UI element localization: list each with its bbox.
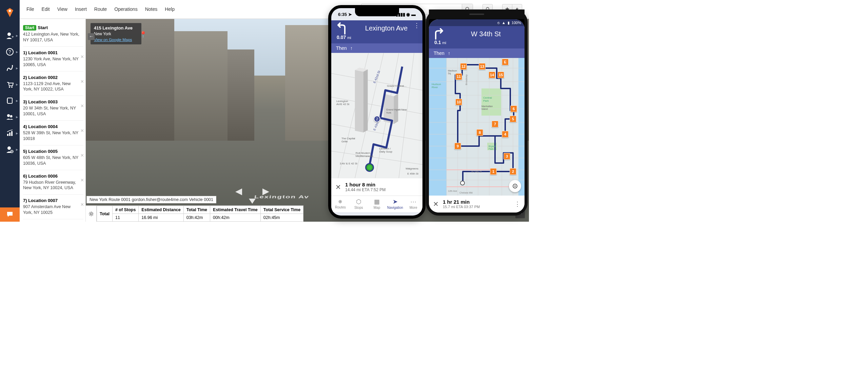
stop-item[interactable]: 4) Location 0004528 W 39th St, New York,…	[23, 121, 83, 145]
marker-icon: 📍	[139, 31, 147, 39]
sv-city: New York	[94, 31, 138, 37]
sidebar-analytics[interactable]: ▶	[0, 127, 20, 139]
waypoint-7-marker[interactable]: 7	[492, 121, 498, 127]
waypoint-10-marker[interactable]: 10	[455, 99, 462, 105]
waypoint-4-marker[interactable]: 4	[502, 131, 509, 138]
pixel-map[interactable]: HudsonRiver CentralPark ManhattanIsland …	[429, 58, 525, 196]
svg-rect-13	[7, 134, 8, 136]
stats-stops-header: # of Stops	[112, 206, 138, 214]
stop-item[interactable]: 7) Location 0007907 Amsterdam Ave New Yo…	[23, 195, 83, 219]
chat-button[interactable]	[0, 207, 20, 222]
tab-stops[interactable]: ⬡Stops	[350, 196, 368, 212]
tab-navigation[interactable]: ➤Navigation	[386, 196, 404, 212]
tab-routes[interactable]: ⎈Routes	[331, 196, 350, 212]
stats-settings-button[interactable]	[86, 206, 97, 222]
eta-row: ✕ 1 hour 8 min 14.44 mi ETA 7:52 PM	[331, 178, 422, 196]
waypoint-15-marker[interactable]: 15	[497, 72, 504, 78]
stats-travel-header: Estimated Travel Time	[210, 206, 261, 214]
waypoint-12-marker[interactable]: 12	[460, 63, 467, 70]
remove-stop-button[interactable]: ✕	[80, 178, 84, 183]
sidebar-addressbook[interactable]: ▶	[0, 95, 20, 106]
svg-text:Lenwich /: Lenwich /	[379, 147, 391, 150]
stop-item[interactable]: 1) Location 00011230 York Ave, New York,…	[23, 47, 83, 72]
sidebar-add-user[interactable]: +▶	[0, 30, 20, 41]
recenter-button[interactable]	[509, 180, 521, 192]
waypoint-13-marker[interactable]: 13	[479, 63, 486, 70]
sidebar-help[interactable]: ?▶	[0, 46, 20, 58]
remove-stop-button[interactable]: ✕	[80, 128, 84, 133]
eta-details: 14.44 mi ETA 7:52 PM	[345, 187, 386, 192]
stop-address: 907 Amsterdam Ave New York, NY 10025	[23, 204, 83, 216]
svg-point-16	[7, 146, 11, 150]
stop-item[interactable]: StartStart412 Lexington Ave, New York, N…	[23, 22, 83, 47]
waypoint-6-marker[interactable]: 6	[510, 105, 517, 112]
stats-ttime-value: 03h:42m	[183, 214, 210, 222]
sidebar-cart[interactable]: ▶	[0, 79, 20, 90]
nav-arrows[interactable]	[232, 185, 273, 205]
stop-item[interactable]: 3) Location 000320 W 34th St, New York, …	[23, 96, 83, 121]
sidebar-team[interactable]: ▶	[0, 111, 20, 123]
header-options-button[interactable]: ⋮	[414, 22, 420, 29]
menu-operations[interactable]: Operations	[114, 6, 137, 12]
svg-point-21	[90, 213, 92, 215]
menu-edit[interactable]: Edit	[42, 6, 50, 12]
stop-item[interactable]: 6) Location 000679 Hudson River Greenway…	[23, 170, 83, 195]
svg-point-5	[9, 86, 10, 88]
waypoint-1-marker[interactable]: 1	[490, 168, 497, 175]
svg-text:3 AV & E 42 St: 3 AV & E 42 St	[340, 162, 358, 165]
options-button[interactable]: ⋮	[514, 200, 520, 208]
waypoint-E-marker[interactable]: E	[502, 59, 509, 65]
destination-pin[interactable]	[365, 163, 374, 172]
menu-route[interactable]: Route	[94, 6, 107, 12]
menu-file[interactable]: File	[26, 6, 34, 12]
menu-notes[interactable]: Notes	[145, 6, 158, 12]
close-nav-button[interactable]: ✕	[335, 183, 341, 191]
stop-address: 412 Lexington Ave, New York, NY 10017, U…	[23, 32, 83, 43]
pixel-nav-header: W 34th St 0.1 mi	[429, 26, 525, 48]
tab-more[interactable]: ⋯More	[404, 196, 422, 212]
waypoint-14-marker[interactable]: 14	[489, 72, 495, 78]
waypoint-2-marker[interactable]: 2	[510, 168, 516, 175]
iphone-map[interactable]: LexingtonAV/E 42 St Grand Central… Grand…	[331, 53, 422, 178]
waypoint-11-marker[interactable]: 11	[455, 73, 462, 80]
left-sidebar: +▶ ?▶ ▶ ▶ ▶ ▶ ▶ ▶	[0, 0, 20, 222]
sidebar-routes[interactable]: ▶	[0, 62, 20, 74]
signal-icon: ▲	[502, 21, 506, 25]
svg-text:Bryant: Bryant	[489, 145, 495, 148]
menu-help[interactable]: Help	[165, 6, 175, 12]
stop-address: 20 W 34th St, New York, NY 10001, USA	[23, 105, 83, 117]
close-nav-button[interactable]: ✕	[433, 200, 439, 208]
waypoint-2-pin[interactable]: 2	[374, 116, 380, 122]
tab-map[interactable]: ▦Map	[368, 196, 386, 212]
menu-insert[interactable]: Insert	[75, 6, 87, 12]
remove-stop-button[interactable]: ✕	[80, 103, 84, 108]
remove-stop-button[interactable]: ✕	[80, 54, 84, 59]
svg-text:Park: Park	[483, 99, 489, 102]
svg-text:Central: Central	[483, 96, 492, 99]
svg-text:Chelsea Mkt: Chelsea Mkt	[459, 192, 473, 194]
menu-view[interactable]: View	[57, 6, 67, 12]
remove-stop-button[interactable]: ✕	[80, 79, 84, 84]
then-bar: Then ↑	[429, 48, 525, 58]
waypoint-5-marker[interactable]: 5	[510, 116, 516, 122]
svg-text:+: +	[12, 35, 14, 39]
remove-stop-button[interactable]: ✕	[80, 202, 84, 207]
svg-text:Lexington: Lexington	[336, 100, 348, 103]
stops-list[interactable]: StartStart412 Lexington Ave, New York, N…	[20, 19, 86, 222]
waypoint-9-marker[interactable]: 9	[454, 143, 461, 149]
stop-title: 7) Location 0007	[23, 198, 83, 203]
waypoint-8-marker[interactable]: 8	[476, 129, 483, 136]
svg-text:The Capital: The Capital	[341, 137, 355, 140]
google-maps-link[interactable]: View on Google Maps	[94, 37, 138, 42]
waypoint-3-marker[interactable]: 3	[504, 153, 510, 160]
stop-item[interactable]: 5) Location 0005605 W 48th St, New York,…	[23, 145, 83, 170]
back-button[interactable]: ←	[88, 33, 95, 40]
sidebar-user-settings[interactable]: ▶	[0, 144, 20, 155]
stats-total-header: Total	[97, 206, 113, 222]
stop-item[interactable]: 2) Location 00021123-1129 2nd Ave, New Y…	[23, 72, 83, 96]
eta-details: 15.7 mi ETA 03:37 PM	[443, 205, 480, 209]
routes-icon: ⎈	[331, 198, 350, 205]
svg-text:12th Ave: 12th Ave	[448, 190, 457, 192]
remove-stop-button[interactable]: ✕	[80, 153, 84, 158]
svg-text:E 45th St: E 45th St	[407, 172, 419, 175]
